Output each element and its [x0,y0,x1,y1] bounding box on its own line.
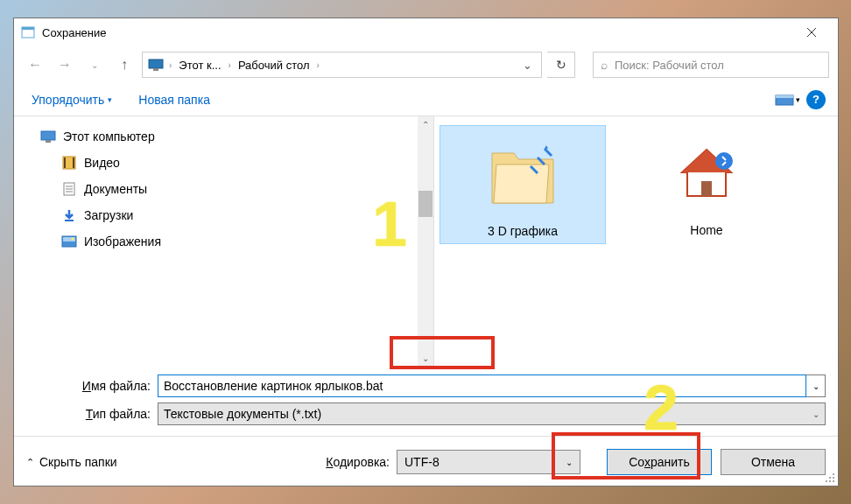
save-button[interactable]: Сохранить [607,449,712,475]
recent-dropdown[interactable]: ⌄ [82,52,107,77]
resize-grip[interactable] [824,472,836,484]
help-button[interactable]: ? [806,90,826,109]
folder-icon [446,131,600,219]
documents-icon [61,181,77,197]
tree-root[interactable]: Этот компьютер [14,123,433,150]
pictures-icon [61,234,77,249]
svg-rect-8 [41,131,55,140]
filename-label: Имя файла: [26,379,158,393]
filetype-row: Тип файла: Текстовые документы (*.txt)⌄ [26,402,826,425]
filename-dropdown[interactable]: ⌄ [806,374,826,397]
encoding-combo[interactable]: UTF-8⌄ [397,450,580,474]
forward-button[interactable]: → [53,52,77,77]
filetype-combo[interactable]: Текстовые документы (*.txt)⌄ [158,402,826,425]
nav-row: ← → ⌄ ↑ › Этот к... › Рабочий стол › ⌄ ↻… [14,46,838,83]
chevron-up-icon: ⌃ [26,457,34,468]
filename-row: Имя файла: ⌄ [26,374,826,397]
svg-point-20 [72,238,74,241]
svg-point-22 [715,152,733,170]
home-icon [629,130,784,218]
tree-item-videos[interactable]: Видео [14,150,433,176]
form-panel: Имя файла: ⌄ Тип файла: Текстовые докуме… [14,366,838,436]
toolbar: Упорядочить▾ Новая папка ▾ ? [14,83,838,116]
tree-panel: Этот компьютер Видео Документы Загрузки … [14,116,434,366]
view-button[interactable]: ▾ [773,88,801,111]
monitor-icon [148,59,164,71]
back-button[interactable]: ← [23,52,47,77]
downloads-icon [61,207,77,223]
refresh-button[interactable]: ↻ [547,52,575,78]
tree-scrollbar[interactable]: ⌃ ⌄ [418,116,433,366]
chevron-right-icon: › [314,60,320,70]
file-label: Home [629,223,784,237]
file-item-folder[interactable]: 3 D графика [440,125,606,244]
tree-item-documents[interactable]: Документы [14,176,433,202]
search-placeholder: Поиск: Рабочий стол [615,59,724,72]
svg-point-27 [829,480,831,482]
filename-input[interactable] [158,374,806,397]
svg-rect-9 [46,140,51,143]
filetype-label: Тип файла: [26,407,158,421]
svg-point-28 [833,480,834,482]
svg-point-23 [833,473,834,475]
search-icon: ⌕ [601,58,608,72]
tree-item-pictures[interactable]: Изображения [14,228,433,255]
scroll-up-icon[interactable]: ⌃ [418,116,433,132]
svg-rect-11 [64,158,66,168]
address-dropdown[interactable]: ⌄ [516,59,539,72]
scroll-down-icon[interactable]: ⌄ [418,350,433,366]
titlebar: Сохранение [14,18,838,46]
svg-rect-12 [73,158,74,168]
svg-rect-4 [149,60,163,68]
chevron-right-icon: › [167,60,173,70]
dialog-body: Этот компьютер Видео Документы Загрузки … [14,116,838,366]
svg-rect-21 [701,181,712,196]
close-button[interactable] [791,19,831,46]
organize-button[interactable]: Упорядочить▾ [26,89,117,110]
file-item-home[interactable]: Home [623,125,790,242]
search-input[interactable]: ⌕ Поиск: Рабочий стол [593,52,829,78]
file-label: 3 D графика [446,224,600,238]
window-title: Сохранение [42,26,791,39]
scroll-thumb[interactable] [418,191,433,217]
videos-icon [61,155,77,171]
tree-item-downloads[interactable]: Загрузки [14,202,433,228]
footer: ⌃ Скрыть папки Кодировка: UTF-8⌄ Сохрани… [14,437,838,486]
files-panel[interactable]: 3 D графика Home [434,116,838,366]
breadcrumb-seg-2[interactable]: Рабочий стол [233,57,315,74]
svg-rect-7 [776,95,793,98]
breadcrumb-seg-1[interactable]: Этот к... [173,57,226,74]
cancel-button[interactable]: Отмена [721,449,826,475]
svg-point-25 [833,477,834,479]
address-bar[interactable]: › Этот к... › Рабочий стол › ⌄ [142,52,542,78]
new-folder-button[interactable]: Новая папка [138,93,210,107]
svg-point-26 [826,480,827,482]
save-dialog: Сохранение ← → ⌄ ↑ › Этот к... › Рабочий… [13,18,839,486]
chevron-right-icon: › [227,60,233,70]
encoding-label: Кодировка: [326,455,390,469]
svg-rect-5 [153,68,158,71]
svg-rect-1 [22,27,34,30]
svg-point-24 [829,477,831,479]
up-button[interactable]: ↑ [112,52,137,77]
app-icon [21,25,35,39]
computer-icon [40,129,56,144]
hide-folders-button[interactable]: ⌃ Скрыть папки [26,455,117,469]
